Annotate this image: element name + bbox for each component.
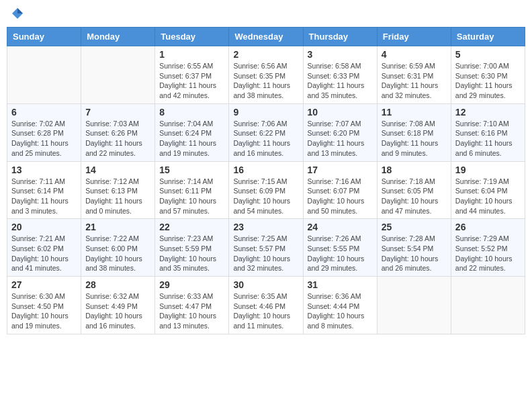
calendar-cell: 16Sunrise: 7:15 AMSunset: 6:09 PMDayligh… [229,161,303,219]
calendar-cell: 18Sunrise: 7:18 AMSunset: 6:05 PMDayligh… [377,161,451,219]
calendar-cell: 24Sunrise: 7:26 AMSunset: 5:55 PMDayligh… [303,219,377,277]
calendar-cell [7,46,81,104]
cell-info: Sunrise: 7:11 AMSunset: 6:14 PMDaylight:… [11,177,77,216]
svg-marker-1 [17,8,23,13]
cell-day-number: 27 [11,279,77,290]
calendar-cell: 5Sunrise: 7:00 AMSunset: 6:30 PMDaylight… [451,46,525,104]
day-header-friday: Friday [377,28,451,46]
cell-day-number: 20 [11,222,77,232]
calendar-cell: 8Sunrise: 7:04 AMSunset: 6:24 PMDaylight… [155,103,229,161]
calendar-cell: 1Sunrise: 6:55 AMSunset: 6:37 PMDaylight… [155,46,229,104]
calendar-cell: 20Sunrise: 7:21 AMSunset: 6:02 PMDayligh… [7,219,81,277]
cell-day-number: 10 [308,107,373,118]
cell-day-number: 15 [159,165,224,175]
logo [10,7,25,20]
day-header-sunday: Sunday [7,28,81,46]
day-header-thursday: Thursday [303,28,377,46]
cell-info: Sunrise: 7:29 AMSunset: 5:52 PMDaylight:… [455,234,521,273]
cell-info: Sunrise: 7:16 AMSunset: 6:07 PMDaylight:… [308,177,373,216]
cell-day-number: 12 [455,107,521,118]
cell-day-number: 23 [233,222,298,232]
calendar-cell: 7Sunrise: 7:03 AMSunset: 6:26 PMDaylight… [81,103,155,161]
cell-day-number: 21 [85,222,150,232]
page-header [7,7,525,20]
cell-info: Sunrise: 7:21 AMSunset: 6:02 PMDaylight:… [11,234,77,273]
cell-day-number: 30 [233,279,298,290]
cell-info: Sunrise: 7:18 AMSunset: 6:05 PMDaylight:… [382,177,447,216]
cell-info: Sunrise: 7:19 AMSunset: 6:04 PMDaylight:… [455,177,521,216]
cell-day-number: 5 [455,49,521,60]
calendar-cell: 10Sunrise: 7:07 AMSunset: 6:20 PMDayligh… [303,103,377,161]
calendar-cell: 21Sunrise: 7:22 AMSunset: 6:00 PMDayligh… [81,219,155,277]
cell-info: Sunrise: 7:00 AMSunset: 6:30 PMDaylight:… [455,61,521,101]
cell-info: Sunrise: 6:59 AMSunset: 6:31 PMDaylight:… [382,61,447,101]
cell-day-number: 2 [233,49,298,60]
calendar-cell: 28Sunrise: 6:32 AMSunset: 4:49 PMDayligh… [81,277,155,334]
calendar-cell [377,277,451,334]
calendar-cell: 11Sunrise: 7:08 AMSunset: 6:18 PMDayligh… [377,103,451,161]
cell-info: Sunrise: 7:26 AMSunset: 5:55 PMDaylight:… [308,234,373,273]
cell-info: Sunrise: 7:08 AMSunset: 6:18 PMDaylight:… [382,119,447,158]
cell-info: Sunrise: 6:35 AMSunset: 4:46 PMDaylight:… [233,291,298,331]
cell-day-number: 22 [159,222,224,232]
cell-day-number: 18 [382,165,447,175]
calendar-cell: 13Sunrise: 7:11 AMSunset: 6:14 PMDayligh… [7,161,81,219]
cell-info: Sunrise: 7:28 AMSunset: 5:54 PMDaylight:… [382,234,447,273]
cell-info: Sunrise: 7:10 AMSunset: 6:16 PMDaylight:… [455,119,521,158]
calendar-cell: 6Sunrise: 7:02 AMSunset: 6:28 PMDaylight… [7,103,81,161]
cell-info: Sunrise: 7:07 AMSunset: 6:20 PMDaylight:… [308,119,373,158]
cell-info: Sunrise: 7:02 AMSunset: 6:28 PMDaylight:… [11,119,77,158]
calendar-cell: 29Sunrise: 6:33 AMSunset: 4:47 PMDayligh… [155,277,229,334]
cell-day-number: 3 [308,49,373,60]
calendar-cell: 25Sunrise: 7:28 AMSunset: 5:54 PMDayligh… [377,219,451,277]
cell-info: Sunrise: 7:23 AMSunset: 5:59 PMDaylight:… [159,234,224,273]
calendar-cell: 15Sunrise: 7:14 AMSunset: 6:11 PMDayligh… [155,161,229,219]
cell-info: Sunrise: 6:55 AMSunset: 6:37 PMDaylight:… [159,61,224,101]
cell-day-number: 26 [455,222,521,232]
day-header-monday: Monday [81,28,155,46]
day-header-wednesday: Wednesday [229,28,303,46]
calendar-cell [451,277,525,334]
cell-day-number: 29 [159,279,224,290]
calendar-header-row: SundayMondayTuesdayWednesdayThursdayFrid… [7,28,525,46]
cell-day-number: 6 [11,107,77,118]
calendar-cell: 23Sunrise: 7:25 AMSunset: 5:57 PMDayligh… [229,219,303,277]
cell-info: Sunrise: 7:04 AMSunset: 6:24 PMDaylight:… [159,119,224,158]
cell-day-number: 11 [382,107,447,118]
calendar-week-row: 1Sunrise: 6:55 AMSunset: 6:37 PMDaylight… [7,46,525,104]
cell-day-number: 9 [233,107,298,118]
calendar-cell: 30Sunrise: 6:35 AMSunset: 4:46 PMDayligh… [229,277,303,334]
calendar-cell [81,46,155,104]
cell-info: Sunrise: 7:15 AMSunset: 6:09 PMDaylight:… [233,177,298,216]
calendar-week-row: 6Sunrise: 7:02 AMSunset: 6:28 PMDaylight… [7,103,525,161]
calendar-cell: 17Sunrise: 7:16 AMSunset: 6:07 PMDayligh… [303,161,377,219]
calendar-cell: 2Sunrise: 6:56 AMSunset: 6:35 PMDaylight… [229,46,303,104]
cell-info: Sunrise: 7:06 AMSunset: 6:22 PMDaylight:… [233,119,298,158]
calendar-week-row: 27Sunrise: 6:30 AMSunset: 4:50 PMDayligh… [7,277,525,334]
cell-day-number: 13 [11,165,77,175]
cell-info: Sunrise: 6:30 AMSunset: 4:50 PMDaylight:… [11,291,77,331]
calendar-week-row: 13Sunrise: 7:11 AMSunset: 6:14 PMDayligh… [7,161,525,219]
cell-info: Sunrise: 6:56 AMSunset: 6:35 PMDaylight:… [233,61,298,101]
cell-info: Sunrise: 6:32 AMSunset: 4:49 PMDaylight:… [85,291,150,331]
day-header-saturday: Saturday [451,28,525,46]
cell-day-number: 7 [85,107,150,118]
calendar-cell: 26Sunrise: 7:29 AMSunset: 5:52 PMDayligh… [451,219,525,277]
logo-icon [11,7,24,20]
calendar-cell: 12Sunrise: 7:10 AMSunset: 6:16 PMDayligh… [451,103,525,161]
cell-day-number: 14 [85,165,150,175]
calendar-cell: 31Sunrise: 6:36 AMSunset: 4:44 PMDayligh… [303,277,377,334]
cell-info: Sunrise: 6:58 AMSunset: 6:33 PMDaylight:… [308,61,373,101]
cell-info: Sunrise: 7:12 AMSunset: 6:13 PMDaylight:… [85,177,150,216]
cell-day-number: 4 [382,49,447,60]
day-header-tuesday: Tuesday [155,28,229,46]
cell-info: Sunrise: 7:14 AMSunset: 6:11 PMDaylight:… [159,177,224,216]
cell-day-number: 17 [308,165,373,175]
calendar-cell: 9Sunrise: 7:06 AMSunset: 6:22 PMDaylight… [229,103,303,161]
cell-day-number: 1 [159,49,224,60]
calendar-week-row: 20Sunrise: 7:21 AMSunset: 6:02 PMDayligh… [7,219,525,277]
cell-day-number: 16 [233,165,298,175]
cell-info: Sunrise: 7:22 AMSunset: 6:00 PMDaylight:… [85,234,150,273]
calendar-cell: 3Sunrise: 6:58 AMSunset: 6:33 PMDaylight… [303,46,377,104]
calendar-cell: 19Sunrise: 7:19 AMSunset: 6:04 PMDayligh… [451,161,525,219]
